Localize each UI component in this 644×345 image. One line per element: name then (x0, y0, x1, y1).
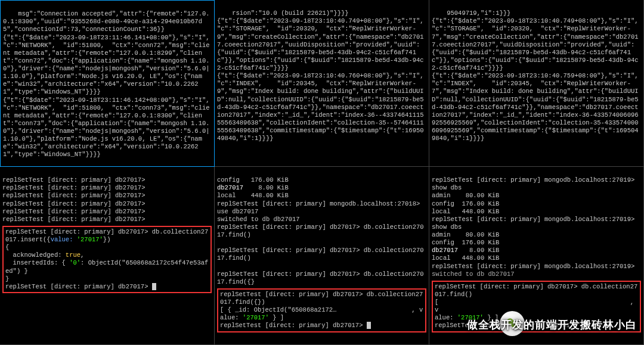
shell-prompt: replSetTest [direct: primary] db27017> (220, 322, 367, 329)
shell-prompt: replSetTest [direct: primary] db27017> (2, 176, 145, 184)
result-cont: , v (336, 306, 423, 313)
shell-prompt: replSetTest [direct: primary] db27017> (5, 283, 152, 290)
size-line: local 448.00 KiB (217, 192, 289, 199)
size-line: admin 80.00 KiB (432, 192, 499, 199)
field-value: '27017' (77, 236, 103, 243)
cmd-close: }) (103, 236, 111, 243)
ids-key: insertedIds: { (5, 259, 66, 266)
field-key: value: (51, 236, 73, 243)
pane-log-primary[interactable]: msg":"Connection accepted","attr":{"remo… (0, 0, 215, 167)
db-name: db27017 (432, 247, 458, 254)
shell-line: replSetTest [direct: primary] mongodb.lo… (432, 263, 634, 270)
result-line: [ , v (435, 299, 637, 313)
shell-prompt: replSetTest [direct: primary] db27017> (2, 192, 145, 199)
shell-line: replSetTest [direct: primary] db27017> d… (217, 223, 424, 238)
watermark-text: 做全栈开发的前端开发搬砖林小白 (467, 318, 637, 332)
size-line: admin 80.00 KiB (432, 231, 499, 238)
shell-line: switched to db db27017 (217, 216, 300, 223)
size-line: config 176.00 KiB (432, 200, 499, 207)
highlight-box-insert: replSetTest [direct: primary] db27017> d… (2, 226, 212, 293)
shell-line: replSetTest [direct: primary] db27017> d… (217, 271, 424, 285)
result-line: [ { _id: ObjectId("650868a2172… (220, 306, 336, 313)
db-size: 8.00 KiB (243, 184, 289, 191)
ack-key: acknowledged: (5, 251, 62, 259)
size-line: config 176.00 KiB (432, 239, 499, 246)
value-val: '27017' (243, 314, 269, 321)
ack-value: true (66, 251, 80, 259)
pane-log-secondary-2[interactable]: 95049719,"i":1}}} {"t":{"$date":"2023-09… (429, 0, 644, 167)
value-key: alue: (220, 314, 239, 321)
cursor (367, 322, 371, 329)
highlight-box-find: replSetTest [direct: primary] db27017> d… (217, 288, 426, 332)
log-text: 95049719,"i":1}}} {"t":{"$date":"2023-09… (432, 10, 644, 142)
switched-line: switched to db db27017 (432, 271, 515, 278)
size-line: local 448.00 KiB (432, 208, 499, 215)
cmd-line: replSetTest [direct: primary] db27017> d… (435, 283, 637, 298)
shell-line: replSetTest [direct: primary] mongodb.lo… (432, 216, 639, 231)
size-line: local 448.00 KiB (432, 254, 499, 262)
shell-prompt: replSetTest [direct: primary] db27017> (2, 184, 145, 191)
cursor (152, 283, 156, 290)
terminal-grid: msg":"Connection accepted","attr":{"remo… (0, 0, 644, 345)
brace: } (5, 275, 9, 282)
close: } ] (269, 314, 284, 321)
shell-prompt: replSetTest [direct: primary] db27017> (2, 216, 145, 223)
size-line: config 176.00 KiB (217, 176, 289, 184)
db-name: db27017 (217, 184, 243, 191)
pane-shell-left[interactable]: replSetTest [direct: primary] db27017> r… (0, 167, 215, 345)
db-size: 8.00 KiB (458, 247, 499, 254)
pane-log-secondary-1[interactable]: rsion":"10.0 (build 22621)"}}}} {"t":{"$… (215, 0, 429, 167)
pane-shell-mid[interactable]: config 176.00 KiB db27017 8.00 KiB local… (215, 167, 429, 345)
shell-line: replSetTest [direct: primary] mongodb.lo… (432, 176, 639, 191)
brace: { (5, 244, 9, 251)
log-text: rsion":"10.0 (build 22621)"}}}} {"t":{"$… (217, 10, 429, 142)
ids-idx: '0' (69, 259, 80, 266)
cmd-line: replSetTest [direct: primary] db27017> d… (220, 291, 423, 306)
log-text: msg":"Connection accepted","attr":{"remo… (3, 10, 213, 158)
shell-line: replSetTest [direct: primary] mongodb.lo… (217, 200, 424, 215)
shell-prompt: replSetTest [direct: primary] db27017> (2, 208, 145, 215)
shell-line: replSetTest [direct: primary] db27017> d… (217, 247, 424, 262)
comma: , (80, 251, 84, 259)
shell-prompt: replSetTest [direct: primary] db27017> (2, 200, 145, 207)
